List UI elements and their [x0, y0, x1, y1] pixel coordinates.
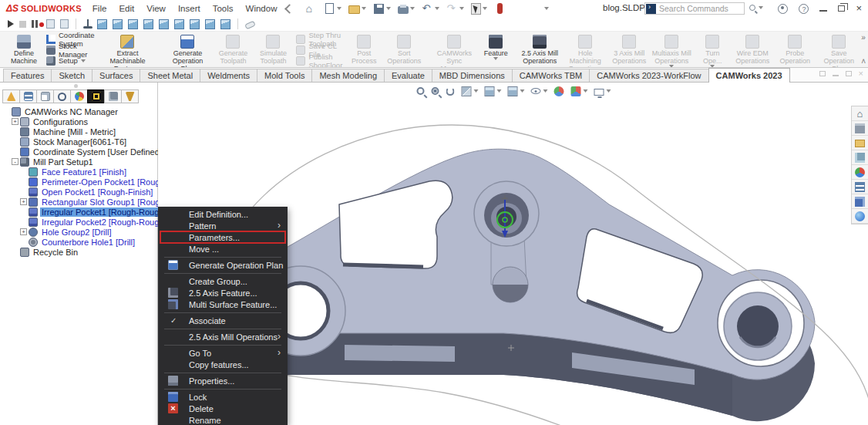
minimize-button[interactable]	[819, 10, 827, 12]
view-cube-icon[interactable]	[190, 19, 200, 29]
dropdown-icon[interactable]	[493, 57, 498, 60]
ribbon-button-setup[interactable]: Setup	[46, 56, 94, 66]
menu-item-go-to[interactable]: Go To›	[158, 347, 288, 359]
tree-item[interactable]: Face Feature1 [Finish]	[0, 167, 157, 177]
ribbon-button-generate-operation-plan[interactable]: Generate Operation Plan	[162, 33, 213, 66]
tab-mbd-dimensions[interactable]: MBD Dimensions	[432, 69, 513, 82]
apply-scene-button[interactable]	[570, 86, 587, 97]
task-pane-view-palette[interactable]	[852, 150, 868, 165]
ribbon-button-save-operation-plan[interactable]: Save Operation Plan	[816, 33, 862, 66]
dropdown-icon[interactable]	[81, 59, 86, 62]
panel-tab-solidworks-features[interactable]	[2, 89, 20, 103]
menu-item-properties[interactable]: Properties...	[158, 375, 288, 386]
close-button[interactable]: ×	[856, 3, 862, 14]
ribbon-button-feature[interactable]: Feature	[478, 33, 513, 66]
expand-icon[interactable]: +	[12, 118, 19, 125]
zoom-area-button[interactable]	[430, 86, 439, 96]
ribbon-button-simulate-toolpath[interactable]: Simulate Toolpath	[253, 33, 293, 66]
task-pane-custom-properties[interactable]	[852, 180, 868, 194]
pin-menu-icon[interactable]	[285, 4, 295, 14]
options-button[interactable]	[531, 3, 549, 15]
tab-mesh-modeling[interactable]: Mesh Modeling	[311, 69, 385, 82]
dropdown-icon[interactable]	[362, 7, 366, 10]
open-button[interactable]	[348, 3, 366, 14]
menu-item-generate-operation-plan[interactable]: Generate Operation Plan	[158, 259, 288, 271]
tab-evaluate[interactable]: Evaluate	[384, 69, 432, 82]
tree-item[interactable]: Irregular Pocket2 [Rough-Rough(Rest)- Fi…	[0, 217, 157, 227]
ribbon-overflow-button[interactable]: »	[861, 33, 866, 42]
doc-close-icon[interactable]: ×	[859, 70, 863, 77]
view-cube-icon[interactable]	[143, 19, 153, 29]
tab-features[interactable]: Features	[3, 69, 52, 82]
ribbon-button-turn-operations[interactable]: Turn Ope...	[694, 33, 731, 66]
view-cube-icon[interactable]	[159, 19, 169, 29]
tree-item[interactable]: CAMWorks NC Manager	[0, 106, 157, 116]
menu-item-2-5-axis-mill-operations[interactable]: 2.5 Axis Mill Operations›	[158, 331, 288, 342]
tab-camworks-tbm[interactable]: CAMWorks TBM	[512, 69, 590, 82]
tree-item[interactable]: +Hole Group2 [Drill]	[0, 227, 157, 237]
ribbon-button-probe-operation[interactable]: Probe Operation	[774, 33, 816, 66]
ribbon-button-sync-manager[interactable]: CAMWorks Sync Manager	[430, 33, 478, 66]
report-icon[interactable]	[60, 19, 69, 29]
dropdown-icon[interactable]	[473, 89, 478, 93]
tree-item[interactable]: Perimeter-Open Pocket1 [Rough-Finish]	[0, 177, 157, 187]
task-pane-home[interactable]: ⌂	[852, 106, 868, 121]
menu-window[interactable]: Window	[246, 4, 278, 13]
dropdown-icon[interactable]	[337, 7, 341, 10]
doc-restore-icon[interactable]	[846, 71, 852, 76]
new-document-button[interactable]	[324, 3, 341, 14]
menu-item-rename[interactable]: Rename	[158, 414, 288, 425]
task-pane-appearances[interactable]	[852, 165, 868, 180]
panel-tab-configuration-manager[interactable]	[36, 89, 54, 103]
restore-button[interactable]	[838, 5, 845, 12]
dropdown-icon[interactable]	[583, 89, 587, 93]
origin-setup-icon[interactable]	[83, 19, 92, 29]
menu-item-move[interactable]: Move ...	[158, 243, 288, 255]
view-orientation-button[interactable]	[483, 86, 501, 97]
ribbon-button-post-process[interactable]: Post Process	[345, 33, 382, 66]
panel-tab-display-manager[interactable]	[70, 89, 88, 103]
dropdown-icon[interactable]	[544, 7, 549, 10]
view-cube-icon[interactable]	[128, 19, 138, 29]
ribbon-button-wire-edm[interactable]: Wire EDM Operations	[731, 33, 774, 66]
ribbon-button-define-machine[interactable]: Define Machine	[5, 33, 43, 66]
tab-camworks-2023[interactable]: CAMWorks 2023	[708, 68, 790, 83]
doc-minimize-icon[interactable]	[833, 75, 839, 76]
task-pane-solidworks-resources[interactable]	[852, 194, 868, 209]
measure-icon[interactable]	[244, 21, 256, 30]
expand-icon[interactable]: +	[20, 228, 27, 235]
panel-tab-camworks-feature-tree[interactable]	[87, 89, 105, 103]
tab-camworks-2023-workflow[interactable]: CAMWorks 2023-WorkFlow	[589, 69, 708, 82]
menu-item-lock[interactable]: Lock	[158, 391, 288, 403]
tree-item[interactable]: +Rectangular Slot Group1 [Rough-Rough(Re…	[0, 197, 157, 207]
edit-appearance-button[interactable]	[553, 86, 564, 97]
ribbon-button-multiaxis-mill[interactable]: Multiaxis Mill Operations	[649, 33, 694, 66]
home-button[interactable]: ⌂	[305, 3, 317, 15]
dropdown-icon[interactable]	[410, 7, 415, 10]
save-sim-icon[interactable]	[46, 19, 55, 29]
tab-sketch[interactable]: Sketch	[51, 69, 93, 82]
view-settings-button[interactable]	[593, 87, 611, 96]
menu-item-edit-definition[interactable]: Edit Definition...	[158, 208, 288, 220]
help-icon[interactable]: ?	[799, 4, 809, 14]
login-icon[interactable]	[778, 4, 788, 14]
pause-record-icon[interactable]	[32, 20, 41, 28]
expand-icon[interactable]: +	[20, 198, 27, 205]
play-icon[interactable]	[8, 20, 14, 28]
ribbon-button-hole-machining[interactable]: Hole Machining Operations	[561, 33, 609, 66]
view-cube-icon[interactable]	[113, 19, 123, 29]
task-pane-3dexperience[interactable]	[852, 209, 868, 224]
search-commands-input[interactable]: Search Commands	[644, 2, 745, 15]
menu-item-create-group[interactable]: Create Group...	[158, 275, 288, 287]
section-view-button[interactable]	[460, 86, 478, 97]
menu-item-copy-features[interactable]: Copy features...	[158, 359, 288, 370]
menu-item-pattern[interactable]: Pattern›	[158, 220, 288, 231]
evaluate-button[interactable]	[513, 3, 524, 15]
menu-file[interactable]: File	[93, 4, 107, 13]
ribbon-button-mill-3-axis[interactable]: 3 Axis Mill Operations	[609, 33, 649, 66]
collapse-icon[interactable]: -	[12, 158, 19, 165]
ribbon-button-publish-shopfloor[interactable]: Publish ShopFloor	[296, 56, 342, 66]
tree-item[interactable]: -Mill Part Setup1	[0, 157, 157, 167]
tree-item[interactable]: Irregular Pocket1 [Rough-Rough(Rest)- Fi…	[0, 207, 157, 217]
tree-item[interactable]: Recycle Bin	[0, 247, 157, 257]
